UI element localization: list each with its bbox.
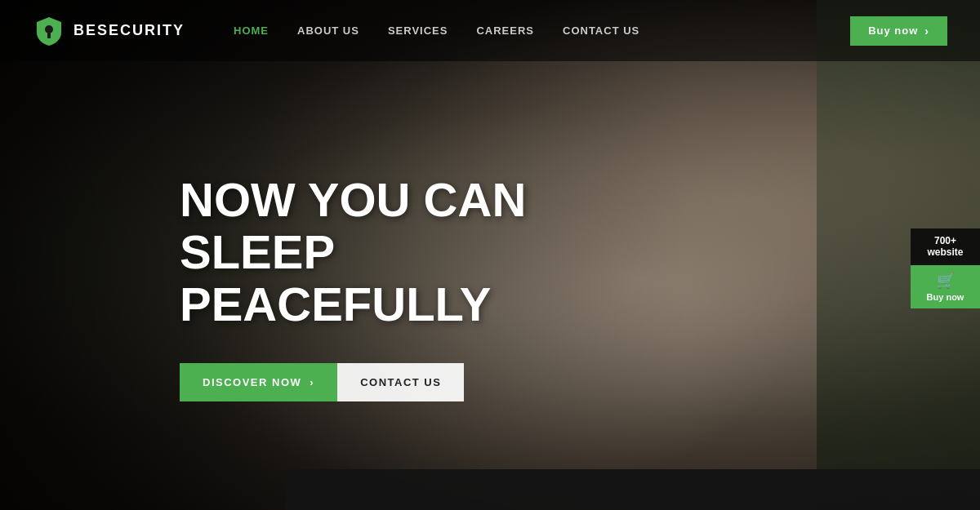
contact-us-button[interactable]: CONTACT US <box>337 363 464 401</box>
side-widget: 700+ website 🛒 Buy now <box>911 228 980 308</box>
nav-careers[interactable]: CAREERS <box>476 24 534 37</box>
contact-label: CONTACT US <box>360 376 441 388</box>
nav-contact[interactable]: CONTACT US <box>563 24 639 37</box>
bottom-bar <box>286 469 980 510</box>
nav-services[interactable]: SERVICES <box>388 24 448 37</box>
hero-section: BESECURITY HOME ABOUT US SERVICES CAREER… <box>0 0 980 510</box>
hero-title-line2: PEACEFULLY <box>180 277 491 330</box>
svg-rect-1 <box>47 33 51 38</box>
hero-content: NOW YOU CAN SLEEP PEACEFULLY DISCOVER NO… <box>0 0 980 510</box>
discover-label: DISCOVER NOW <box>203 376 301 388</box>
hero-title-line1: NOW YOU CAN SLEEP <box>180 173 526 278</box>
side-widget-buy-label: Buy now <box>927 292 964 302</box>
side-widget-label: website <box>927 246 963 258</box>
cart-icon: 🛒 <box>937 272 955 290</box>
nav-links: HOME ABOUT US SERVICES CAREERS CONTACT U… <box>234 24 850 37</box>
logo-icon <box>33 15 65 47</box>
navbar: BESECURITY HOME ABOUT US SERVICES CAREER… <box>0 0 980 61</box>
buy-now-label: Buy now <box>868 24 918 37</box>
buy-now-button[interactable]: Buy now › <box>850 16 947 46</box>
side-widget-buy[interactable]: 🛒 Buy now <box>911 265 980 308</box>
hero-buttons: DISCOVER NOW › CONTACT US <box>180 363 980 401</box>
nav-home[interactable]: HOME <box>234 24 269 37</box>
discover-arrow: › <box>310 376 314 388</box>
logo-area[interactable]: BESECURITY <box>33 15 185 47</box>
discover-now-button[interactable]: DISCOVER NOW › <box>180 363 337 401</box>
side-widget-count-area: 700+ website <box>911 228 980 265</box>
nav-about[interactable]: ABOUT US <box>297 24 359 37</box>
buy-now-arrow: › <box>924 24 929 38</box>
svg-point-0 <box>45 25 53 33</box>
brand-name: BESECURITY <box>74 22 185 39</box>
side-widget-count: 700+ <box>934 235 956 246</box>
hero-title: NOW YOU CAN SLEEP PEACEFULLY <box>180 174 670 330</box>
